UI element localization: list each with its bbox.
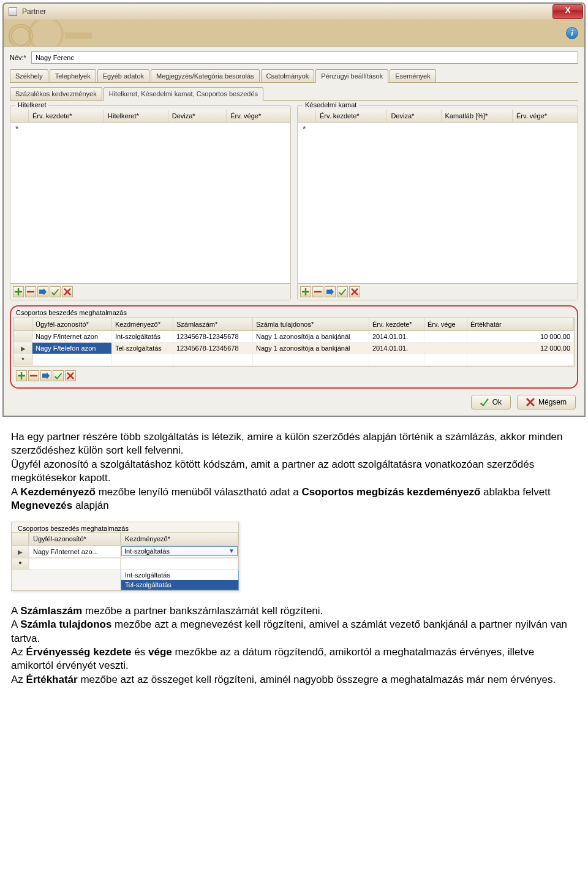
titlebar[interactable]: Partner X <box>4 4 584 20</box>
cell-tulaj[interactable]: Nagy 1 azonosítója a bankjánál <box>253 331 369 343</box>
chevron-down-icon: ▼ <box>228 547 235 554</box>
sub-tabs: Százalékos kedvezmények Hitelkeret, Kése… <box>10 86 578 101</box>
cell-vege[interactable] <box>424 331 467 343</box>
mini-option[interactable]: Int-szolgáltatás <box>121 570 238 580</box>
auth-title: Csoportos beszedés meghatalmazás <box>13 308 575 318</box>
col-erv-kezdete[interactable]: Érv. kezdete* <box>29 110 104 122</box>
col-hitelkeret[interactable]: Hitelkeret* <box>104 110 168 122</box>
cell-szamla[interactable]: 12345678-12345678 <box>173 343 253 354</box>
ok-label: Ok <box>492 398 502 406</box>
mini-option-highlighted[interactable]: Tel-szolgáltatás <box>121 580 238 590</box>
add-icon[interactable] <box>13 286 24 297</box>
apply-icon[interactable] <box>325 286 336 297</box>
cell-tulaj[interactable]: Nagy 1 azonosítója a bankjánál <box>253 343 369 354</box>
ok-button[interactable]: Ok <box>471 395 511 409</box>
auth-grid[interactable]: Ügyfél-azonosító* Kezdményező* Számlaszá… <box>13 318 575 367</box>
group-hitelkeret: Hitelkeret Érv. kezdete* Hitelkeret* Dev… <box>10 105 291 300</box>
mini-combo[interactable]: Int-szolgáltatás ▼ <box>121 546 238 556</box>
tab-csatolmanyok[interactable]: Csatolmányok <box>261 69 315 82</box>
col-kezdmenyezo[interactable]: Kezdményező* <box>112 318 173 331</box>
auth-row[interactable]: Nagy F/telefon azon Tel-szolgáltatás 123… <box>14 343 574 354</box>
add-icon[interactable] <box>300 286 311 297</box>
mini-dropdown[interactable]: Int-szolgáltatás Tel-szolgáltatás <box>121 570 239 590</box>
window-title: Partner <box>22 7 46 16</box>
kesedelmi-toolbar <box>298 284 578 300</box>
kesedelmi-grid[interactable]: * <box>298 123 578 284</box>
auth-group-highlighted: Csoportos beszedés meghatalmazás Ügyfél-… <box>10 305 578 389</box>
delete-icon[interactable] <box>25 286 36 297</box>
apply-icon[interactable] <box>37 286 48 297</box>
auth-toolbar <box>13 367 575 384</box>
col-erv-kezdete2[interactable]: Érv. kezdete* <box>316 110 387 122</box>
mini-row[interactable]: Nagy F/Internet azo... Int-szolgáltatás … <box>12 546 238 558</box>
mini-cell-ugyfel[interactable]: Nagy F/Internet azo... <box>29 546 121 558</box>
tab-esemenyek[interactable]: Események <box>390 69 435 82</box>
confirm-icon[interactable] <box>50 286 61 297</box>
cell-szamla[interactable]: 12345678-12345678 <box>173 331 253 343</box>
col-ertekhatar[interactable]: Értékhatár <box>467 318 574 331</box>
cell-kezd[interactable]: 2014.01.01. <box>369 343 424 354</box>
auth-header: Ügyfél-azonosító* Kezdményező* Számlaszá… <box>14 318 574 331</box>
col-erv-kezdete3[interactable]: Érv. kezdete* <box>369 318 424 331</box>
x-icon <box>526 398 535 406</box>
name-input[interactable] <box>31 51 578 64</box>
auth-new-row[interactable]: * <box>14 354 574 366</box>
hitelkeret-grid[interactable]: * <box>10 123 290 284</box>
cancel-button[interactable]: Mégsem <box>517 395 576 409</box>
mini-screenshot: Csoportos beszedés meghatalmazás Ügyfél-… <box>11 522 239 591</box>
confirm-icon[interactable] <box>53 370 64 381</box>
cell-ertek[interactable]: 12 000,00 <box>467 343 574 354</box>
apply-icon[interactable] <box>40 370 51 381</box>
confirm-icon[interactable] <box>337 286 348 297</box>
tab-szekhely[interactable]: Székhely <box>10 69 48 82</box>
mini-col-kezdmenyezo[interactable]: Kezdményező* <box>121 532 238 546</box>
col-szamla-tulajdonos[interactable]: Számla tulajdonos* <box>253 318 369 331</box>
body-area: Név:* Székhely Telephelyek Egyéb adatok … <box>4 47 584 416</box>
tab-penzugyi[interactable]: Pénzügyi beállítások <box>315 69 388 83</box>
col-deviza2[interactable]: Deviza* <box>387 110 441 122</box>
cancel-icon[interactable] <box>349 286 360 297</box>
name-label: Név:* <box>10 54 26 61</box>
cell-kezd[interactable]: 2014.01.01. <box>369 331 424 343</box>
col-erv-vege[interactable]: Érv. vége* <box>227 110 290 122</box>
mini-header: Ügyfél-azonosító* Kezdményező* <box>12 532 238 546</box>
mini-row-empty[interactable] <box>12 558 238 570</box>
cell-vege[interactable] <box>424 343 467 354</box>
article-text: Ha egy partner részére több szolgáltatás… <box>11 430 577 513</box>
close-button[interactable]: X <box>552 4 583 19</box>
info-icon[interactable]: i <box>566 27 578 39</box>
subtab-szazalekos[interactable]: Százalékos kedvezmények <box>10 87 102 100</box>
cell-ertek[interactable]: 10 000,00 <box>467 331 574 343</box>
cancel-icon[interactable] <box>65 370 76 381</box>
col-ugyfel[interactable]: Ügyfél-azonosító* <box>32 318 112 331</box>
group-title-kesedelmi: Késedelmi kamat <box>303 101 359 108</box>
tab-egyeb[interactable]: Egyéb adatok <box>97 69 149 82</box>
article-text-2: A Számlaszám mezőbe a partner bankszámla… <box>11 604 577 687</box>
cancel-icon[interactable] <box>62 286 73 297</box>
delete-icon[interactable] <box>28 370 39 381</box>
kesedelmi-header: Érv. kezdete* Deviza* Kamatláb [%]* Érv.… <box>298 110 578 123</box>
partner-window: Partner X i Név:* Székhely Telephelyek E… <box>2 2 586 417</box>
delete-icon[interactable] <box>312 286 323 297</box>
cell-kezdm[interactable]: Int-szolgáltatás <box>112 331 173 343</box>
col-deviza[interactable]: Deviza* <box>168 110 227 122</box>
check-icon <box>480 398 489 406</box>
tab-telephelyek[interactable]: Telephelyek <box>50 69 96 82</box>
cancel-label: Mégsem <box>538 398 567 406</box>
cell-ugyfel-selected[interactable]: Nagy F/telefon azon <box>32 343 112 354</box>
auth-row[interactable]: Nagy F/internet azon Int-szolgáltatás 12… <box>14 331 574 343</box>
main-tabs: Székhely Telephelyek Egyéb adatok Megjeg… <box>10 69 578 83</box>
col-erv-vege3[interactable]: Érv. vége <box>424 318 467 331</box>
cell-kezdm[interactable]: Tel-szolgáltatás <box>112 343 173 354</box>
hitelkeret-toolbar <box>10 284 290 300</box>
tab-megjegyzes[interactable]: Megjegyzés/Kategória besorolás <box>151 69 260 82</box>
subtab-hitelkeret[interactable]: Hitelkeret, Késedelmi kamat, Csoportos b… <box>104 87 263 101</box>
mini-title: Csoportos beszedés meghatalmazás <box>12 522 238 532</box>
app-icon <box>9 7 17 16</box>
cell-ugyfel[interactable]: Nagy F/internet azon <box>32 331 112 343</box>
col-kamatlab[interactable]: Kamatláb [%]* <box>442 110 513 122</box>
col-erv-vege2[interactable]: Érv. vége* <box>513 110 578 122</box>
col-szamlaszam[interactable]: Számlaszám* <box>173 318 253 331</box>
mini-col-ugyfel[interactable]: Ügyfél-azonosító* <box>29 532 121 546</box>
add-icon[interactable] <box>16 370 27 381</box>
